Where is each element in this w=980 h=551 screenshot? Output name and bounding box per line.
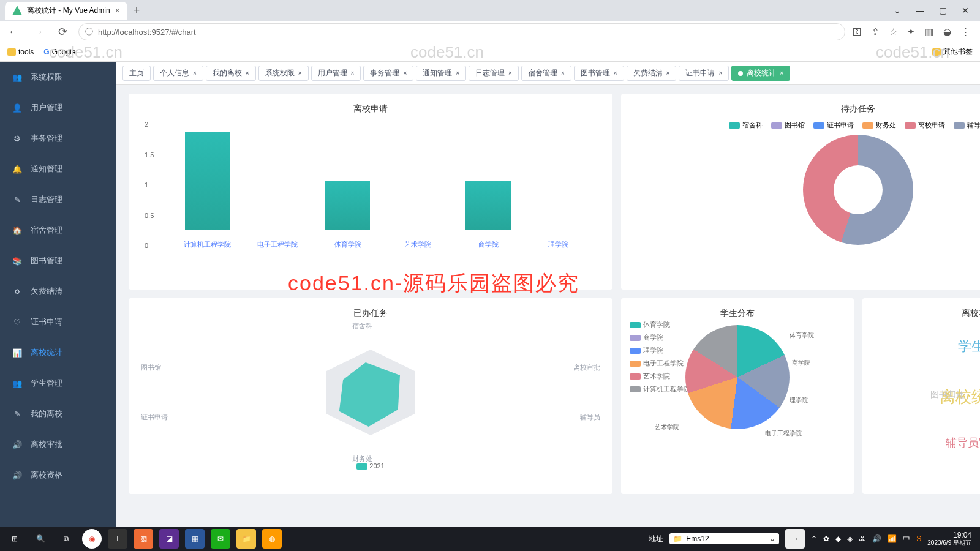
page-tab-1[interactable]: 个人信息×: [153, 66, 203, 81]
sidebar-item-2[interactable]: ⚙事务管理: [0, 123, 116, 154]
extensions-icon[interactable]: ✦: [907, 26, 915, 37]
page-tab-6[interactable]: 通知管理×: [416, 66, 466, 81]
close-tab-icon[interactable]: ×: [561, 70, 565, 77]
kebab-menu-icon[interactable]: ⋮: [961, 26, 970, 37]
address-bar[interactable]: ⓘ http://localhost:9527/#/chart: [78, 23, 845, 40]
search-icon[interactable]: 🔍: [31, 529, 50, 549]
legend-item[interactable]: 理学院: [630, 346, 690, 355]
legend-item[interactable]: 离校申请: [905, 121, 945, 130]
sublime-icon[interactable]: ▧: [134, 529, 153, 549]
tray-ime-icon[interactable]: 中: [903, 534, 910, 544]
page-tab-4[interactable]: 用户管理×: [311, 66, 361, 81]
ide-icon[interactable]: ◪: [159, 529, 179, 549]
tray-network-icon[interactable]: 🖧: [859, 534, 866, 543]
legend-item[interactable]: 辅导员: [954, 121, 980, 130]
minimize-icon[interactable]: —: [916, 6, 924, 15]
terminal-icon[interactable]: T: [108, 529, 127, 549]
page-tabs-row: 主页个人信息×我的离校×系统权限×用户管理×事务管理×通知管理×日志管理×宿舍管…: [116, 62, 980, 85]
tray-sogou-icon[interactable]: S: [916, 534, 921, 543]
password-key-icon[interactable]: ⚿: [853, 26, 862, 37]
close-tab-icon[interactable]: ×: [614, 70, 617, 77]
sidebar-item-0[interactable]: 👥系统权限: [0, 62, 116, 92]
task-view-icon[interactable]: ⧉: [56, 529, 76, 549]
teams-icon[interactable]: ▦: [185, 529, 205, 549]
chrome-icon[interactable]: ◉: [82, 529, 102, 549]
legend-item[interactable]: 计算机工程学院: [630, 384, 690, 394]
app-icon[interactable]: ◍: [262, 529, 282, 549]
nav-back-button[interactable]: ←: [5, 26, 22, 39]
nav-reload-button[interactable]: ⟳: [54, 25, 71, 39]
page-tab-5[interactable]: 事务管理×: [363, 66, 413, 81]
tray-settings-icon[interactable]: ✿: [823, 534, 829, 543]
legend-item[interactable]: 证书申请: [813, 121, 854, 130]
close-tab-icon[interactable]: ×: [246, 70, 249, 77]
tray-caret-icon[interactable]: ⌃: [811, 534, 817, 543]
page-tab-0[interactable]: 主页: [123, 66, 151, 81]
sidebar-item-10[interactable]: 👥学生管理: [0, 368, 116, 399]
wechat-icon[interactable]: ✉: [211, 529, 230, 549]
profile-avatar-icon[interactable]: ◒: [943, 26, 951, 37]
close-tab-icon[interactable]: ×: [351, 70, 355, 77]
sidebar-item-3[interactable]: 🔔通知管理: [0, 154, 116, 184]
bookmark-star-icon[interactable]: ☆: [889, 26, 897, 37]
close-tab-icon[interactable]: ×: [298, 70, 302, 77]
file-explorer-icon[interactable]: 📁: [236, 529, 256, 549]
legend-item[interactable]: 商学院: [630, 333, 690, 342]
bookmark-tools[interactable]: tools: [7, 48, 34, 56]
sidebar-item-9[interactable]: 📊离校统计: [0, 337, 116, 368]
close-tab-icon[interactable]: ×: [718, 70, 722, 77]
page-tab-7[interactable]: 日志管理×: [469, 66, 519, 81]
close-tab-icon[interactable]: ×: [666, 70, 670, 77]
page-tab-3[interactable]: 系统权限×: [258, 66, 309, 81]
page-tab-2[interactable]: 我的离校×: [206, 66, 256, 81]
sidebar-item-12[interactable]: 🔊离校审批: [0, 429, 116, 460]
legend-item[interactable]: 艺术学院: [630, 372, 690, 381]
close-tab-icon[interactable]: ×: [508, 70, 512, 77]
sidebar-item-13[interactable]: 🔊离校资格: [0, 460, 116, 490]
page-tab-10[interactable]: 欠费结清×: [627, 66, 677, 81]
new-tab-button[interactable]: +: [134, 4, 140, 17]
address-selector[interactable]: 📁 ⌄: [669, 533, 779, 544]
close-tab-icon[interactable]: ×: [780, 70, 783, 77]
close-window-icon[interactable]: ✕: [962, 6, 969, 15]
nav-forward-button[interactable]: →: [29, 26, 47, 39]
sidebar-item-11[interactable]: ✎我的离校: [0, 399, 116, 429]
sidebar-item-5[interactable]: 🏠宿舍管理: [0, 215, 116, 246]
site-info-icon[interactable]: ⓘ: [85, 26, 93, 37]
maximize-icon[interactable]: ▢: [939, 6, 947, 15]
start-menu-icon[interactable]: ⊞: [5, 529, 24, 549]
sidebar-item-1[interactable]: 👤用户管理: [0, 92, 116, 123]
bookmark-other[interactable]: 其他书签: [932, 47, 973, 57]
tray-app1-icon[interactable]: ◆: [835, 534, 841, 543]
close-tab-icon[interactable]: ×: [456, 70, 459, 77]
go-arrow-icon[interactable]: →: [785, 529, 805, 549]
page-tab-11[interactable]: 证书申请×: [679, 66, 729, 81]
legend-item[interactable]: 图书馆: [771, 121, 805, 130]
bar-label: 计算机工程学院: [184, 240, 231, 249]
share-icon[interactable]: ⇪: [872, 26, 880, 37]
tray-wifi-icon[interactable]: 📶: [888, 534, 897, 543]
chevron-down-icon[interactable]: ⌄: [769, 534, 775, 543]
page-tab-12[interactable]: 离校统计×: [731, 66, 790, 81]
close-tab-icon[interactable]: ×: [193, 70, 197, 77]
tray-app2-icon[interactable]: ◈: [847, 534, 853, 543]
legend-item[interactable]: 宿舍科: [729, 121, 763, 130]
browser-tab-active[interactable]: 离校统计 - My Vue Admin ×: [5, 2, 127, 20]
sidebar-item-7[interactable]: ⭘欠费结清: [0, 276, 116, 307]
close-tab-icon[interactable]: ×: [115, 6, 120, 15]
side-panel-icon[interactable]: ▥: [925, 26, 933, 37]
taskbar-clock[interactable]: 19:04 2023/6/9 星期五: [927, 531, 975, 547]
sidebar-item-6[interactable]: 📚图书管理: [0, 246, 116, 276]
close-tab-icon[interactable]: ×: [403, 70, 407, 77]
caret-down-icon[interactable]: ⌄: [894, 6, 901, 15]
address-input[interactable]: [686, 534, 766, 543]
legend-item[interactable]: 电子工程学院: [630, 359, 690, 368]
page-tab-8[interactable]: 宿舍管理×: [521, 66, 571, 81]
sidebar-item-8[interactable]: ♡证书申请: [0, 307, 116, 337]
sidebar-item-4[interactable]: ✎日志管理: [0, 184, 116, 215]
legend-item[interactable]: 体育学院: [630, 320, 690, 329]
bookmark-google[interactable]: G Google: [43, 48, 75, 56]
legend-item[interactable]: 财务处: [862, 121, 896, 130]
page-tab-9[interactable]: 图书管理×: [574, 66, 624, 81]
tray-volume-icon[interactable]: 🔊: [872, 534, 881, 543]
